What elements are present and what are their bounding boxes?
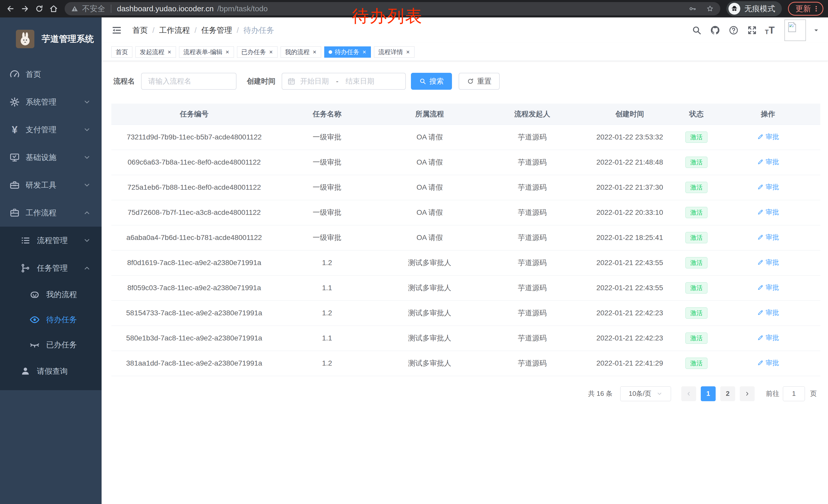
sidebar-item-task-mgmt[interactable]: 任务管理 xyxy=(0,254,101,282)
pencil-icon xyxy=(757,259,763,266)
sidebar-item-done-task[interactable]: 已办任务 xyxy=(0,332,101,357)
table-row: 73211d9d-7b9b-11ec-b5b7-acde48001122 一级审… xyxy=(111,125,820,150)
back-icon[interactable] xyxy=(5,3,16,15)
cell-starter: 芋道源码 xyxy=(482,150,582,175)
date-range-picker[interactable]: 开始日期 - 结束日期 xyxy=(282,73,406,90)
cell-create-time: 2022-01-22 20:33:10 xyxy=(582,200,677,225)
page-button-2[interactable]: 2 xyxy=(720,386,735,401)
cell-task-name: 一级审批 xyxy=(277,175,377,200)
breadcrumb-home[interactable]: 首页 xyxy=(132,25,148,36)
cell-task-name: 一级审批 xyxy=(277,125,377,150)
table-row: 725a1eb6-7b88-11ec-8ef0-acde48001122 一级审… xyxy=(111,175,820,200)
process-name-input[interactable]: 请输入流程名 xyxy=(141,73,237,90)
chevron-down-icon xyxy=(83,181,91,189)
status-badge: 激活 xyxy=(686,156,707,168)
cell-create-time: 2022-01-22 18:25:41 xyxy=(582,225,677,250)
sidebar-item-label: 支付管理 xyxy=(26,125,56,135)
next-page-button[interactable] xyxy=(740,386,755,401)
sidebar-item-label: 流程管理 xyxy=(37,235,68,246)
table-row: 580e1b3d-7ac8-11ec-a9e2-a2380e71991a 1.1… xyxy=(111,326,820,351)
sidebar-toggle-icon[interactable] xyxy=(111,25,122,36)
tab[interactable]: 待办任务 × xyxy=(324,46,371,58)
url-path: /bpm/task/todo xyxy=(217,4,268,13)
cell-status: 激活 xyxy=(677,175,716,200)
github-icon[interactable] xyxy=(709,25,721,36)
cell-task-name: 一级审批 xyxy=(277,200,377,225)
column-header-process: 所属流程 xyxy=(377,103,482,125)
search-button[interactable]: 搜索 xyxy=(411,73,452,90)
status-badge: 激活 xyxy=(686,207,707,218)
app-title: 芋道管理系统 xyxy=(42,33,94,45)
search-icon[interactable] xyxy=(691,25,702,36)
tab[interactable]: 发起流程 × xyxy=(135,46,176,58)
help-icon[interactable] xyxy=(728,25,739,36)
tab[interactable]: 流程表单-编辑 × xyxy=(179,46,234,58)
approve-button[interactable]: 审批 xyxy=(757,358,779,367)
reset-button[interactable]: 重置 xyxy=(459,73,500,90)
page-size-select[interactable]: 10条/页 xyxy=(620,386,671,401)
sidebar-item-pay[interactable]: ¥ 支付管理 xyxy=(0,116,101,144)
cell-task-id: 8f0d1619-7ac8-11ec-a9e2-a2380e71991a xyxy=(111,250,277,275)
sidebar-item-workflow[interactable]: 工作流程 xyxy=(0,199,101,227)
font-size-icon[interactable]: TT xyxy=(765,26,775,35)
tab[interactable]: 流程详情 × xyxy=(374,46,415,58)
forward-icon[interactable] xyxy=(19,3,31,15)
approve-button[interactable]: 审批 xyxy=(757,233,779,242)
key-icon[interactable] xyxy=(689,5,697,13)
sidebar-item-label: 请假查询 xyxy=(37,366,68,377)
approve-button[interactable]: 审批 xyxy=(757,308,779,317)
goto-page-input[interactable]: 1 xyxy=(783,386,805,401)
sidebar-item-system[interactable]: 系统管理 xyxy=(0,88,101,116)
reload-icon[interactable] xyxy=(33,3,45,15)
breadcrumb-task-mgmt[interactable]: 任务管理 xyxy=(201,25,232,36)
tab[interactable]: 已办任务 × xyxy=(237,46,278,58)
sidebar-item-devtools[interactable]: 研发工具 xyxy=(0,171,101,199)
calendar-icon xyxy=(287,77,295,85)
close-icon[interactable]: × xyxy=(225,49,230,55)
approve-button[interactable]: 审批 xyxy=(757,258,779,267)
chevron-down-icon xyxy=(83,153,91,161)
sidebar-item-label: 系统管理 xyxy=(26,97,56,107)
approve-button[interactable]: 审批 xyxy=(757,208,779,217)
approve-button[interactable]: 审批 xyxy=(757,333,779,342)
sidebar-item-infra[interactable]: 基础设施 xyxy=(0,144,101,171)
close-icon[interactable]: × xyxy=(362,49,367,55)
prev-page-button[interactable] xyxy=(681,386,696,401)
close-icon[interactable]: × xyxy=(268,49,273,55)
sidebar-item-label: 基础设施 xyxy=(26,152,56,163)
breadcrumb-workflow[interactable]: 工作流程 xyxy=(159,25,190,36)
close-icon[interactable]: × xyxy=(167,49,172,55)
approve-button[interactable]: 审批 xyxy=(757,157,779,166)
cell-status: 激活 xyxy=(677,225,716,250)
logo-row[interactable]: 芋道管理系统 xyxy=(0,17,101,60)
cell-process: OA 请假 xyxy=(377,125,482,150)
sidebar-item-my-process[interactable]: 我的流程 xyxy=(0,282,101,307)
table-row: 381aa1dd-7ac8-11ec-a9e2-a2380e71991a 1.2… xyxy=(111,351,820,376)
close-icon[interactable]: × xyxy=(406,49,410,55)
close-icon[interactable]: × xyxy=(312,49,317,55)
chevron-up-icon xyxy=(83,209,91,217)
cell-task-name: 一级审批 xyxy=(277,225,377,250)
tab[interactable]: 首页 xyxy=(111,46,132,58)
approve-button[interactable]: 审批 xyxy=(757,132,779,141)
approve-button[interactable]: 审批 xyxy=(757,183,779,191)
home-icon[interactable] xyxy=(48,3,59,15)
table-row: a6aba0a4-7b6d-11ec-b781-acde48001122 一级审… xyxy=(111,225,820,250)
sidebar-item-leave-query[interactable]: 请假查询 xyxy=(0,357,101,385)
sidebar-item-process-mgmt[interactable]: 流程管理 xyxy=(0,227,101,254)
cell-starter: 芋道源码 xyxy=(482,301,582,326)
avatar[interactable] xyxy=(784,19,806,41)
avatar-caret-icon[interactable] xyxy=(813,27,819,33)
page-button-1[interactable]: 1 xyxy=(701,386,716,401)
sidebar-item-todo-task[interactable]: 待办任务 xyxy=(0,307,101,332)
cell-task-id: 069c6a63-7b8a-11ec-8ef0-acde48001122 xyxy=(111,150,277,175)
approve-button[interactable]: 审批 xyxy=(757,283,779,292)
status-badge: 激活 xyxy=(686,358,707,369)
bookmark-star-icon[interactable] xyxy=(706,5,714,13)
cell-task-id: 381aa1dd-7ac8-11ec-a9e2-a2380e71991a xyxy=(111,351,277,376)
fullscreen-icon[interactable] xyxy=(746,25,758,36)
sidebar-item-home[interactable]: 首页 xyxy=(0,60,101,88)
column-header-starter: 流程发起人 xyxy=(482,103,582,125)
tab[interactable]: 我的流程 × xyxy=(281,46,321,58)
update-button[interactable]: 更新 xyxy=(788,2,823,16)
